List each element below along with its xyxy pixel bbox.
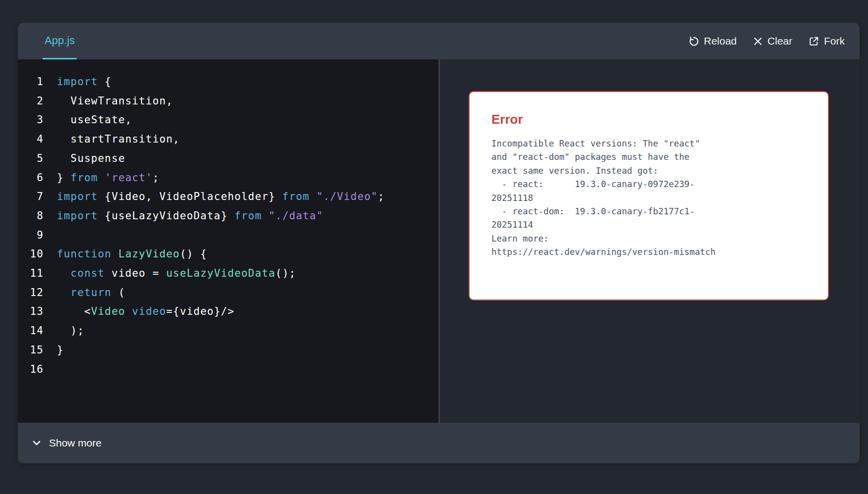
code-text: startTransition, [57, 130, 180, 149]
code-line: 10function LazyVideo() { [18, 245, 438, 264]
code-text: } from 'react'; [57, 168, 159, 188]
code-text: <Video video={video}/> [57, 302, 235, 321]
code-text: import { [57, 72, 111, 92]
code-text: import {useLazyVideoData} from "./data" [57, 206, 323, 226]
code-line: 16 [18, 360, 438, 379]
line-number: 5 [18, 149, 44, 168]
fork-label: Fork [824, 35, 845, 47]
line-number: 3 [18, 110, 44, 130]
code-line: 8import {useLazyVideoData} from "./data" [18, 206, 438, 226]
error-title: Error [491, 112, 806, 127]
fork-button[interactable]: Fork [808, 35, 845, 47]
line-number: 1 [18, 72, 44, 92]
code-line: 15} [18, 341, 438, 360]
code-text: Suspense [57, 149, 125, 168]
code-line: 3 useState, [18, 110, 438, 130]
line-number: 7 [18, 187, 44, 206]
sandpack-body: 1import {2 ViewTransition,3 useState,4 s… [18, 59, 860, 423]
line-number: 6 [18, 168, 44, 188]
error-card: Error Incompatible React versions: The "… [469, 91, 829, 300]
line-number: 14 [18, 321, 44, 341]
line-number: 13 [18, 302, 44, 321]
line-number: 12 [18, 283, 44, 302]
clear-button[interactable]: Clear [753, 35, 792, 47]
code-line: 9 [18, 226, 438, 245]
chevron-down-icon [31, 437, 43, 449]
line-number: 4 [18, 130, 44, 149]
line-number: 15 [18, 341, 44, 360]
error-message: Incompatible React versions: The "react"… [491, 137, 806, 259]
code-text: ); [57, 321, 84, 341]
reload-button[interactable]: Reload [688, 35, 737, 47]
line-number: 8 [18, 206, 44, 226]
code-text: useState, [57, 110, 132, 130]
code-text: } [57, 341, 64, 360]
code-line: 14 ); [18, 321, 438, 341]
code-line: 13 <Video video={video}/> [18, 302, 438, 321]
show-more-label: Show more [49, 437, 101, 449]
code-line: 4 startTransition, [18, 130, 438, 149]
line-number: 2 [18, 92, 44, 111]
reload-label: Reload [704, 35, 737, 47]
line-number: 16 [18, 360, 44, 379]
code-text: const video = useLazyVideoData(); [57, 264, 296, 283]
sandpack-header: App.js Reload Clear [18, 23, 860, 59]
code-text: function LazyVideo() { [57, 245, 207, 264]
code-line: 5 Suspense [18, 149, 438, 168]
fork-icon [808, 36, 820, 47]
code-text: import {Video, VideoPlaceholder} from ".… [57, 187, 385, 206]
reload-icon [688, 36, 699, 47]
clear-label: Clear [768, 35, 792, 47]
header-actions: Reload Clear Fork [688, 23, 845, 59]
code-line: 1import { [18, 72, 438, 92]
tab-app-js[interactable]: App.js [43, 23, 77, 59]
code-line: 6} from 'react'; [18, 168, 438, 188]
line-number: 9 [18, 226, 44, 245]
show-more-bar: Show more [18, 423, 860, 463]
show-more-button[interactable]: Show more [18, 423, 860, 463]
code-text: ViewTransition, [57, 92, 173, 111]
code-text: return ( [57, 283, 125, 302]
code-line: 11 const video = useLazyVideoData(); [18, 264, 438, 283]
preview-pane: Error Incompatible React versions: The "… [440, 59, 860, 423]
code-editor[interactable]: 1import {2 ViewTransition,3 useState,4 s… [18, 59, 440, 423]
clear-icon [753, 36, 763, 47]
line-number: 11 [18, 264, 44, 283]
code-line: 7import {Video, VideoPlaceholder} from "… [18, 187, 438, 206]
line-number: 10 [18, 245, 44, 264]
code-line: 12 return ( [18, 283, 438, 302]
code-line: 2 ViewTransition, [18, 92, 438, 111]
sandpack-panel: App.js Reload Clear [18, 23, 860, 463]
